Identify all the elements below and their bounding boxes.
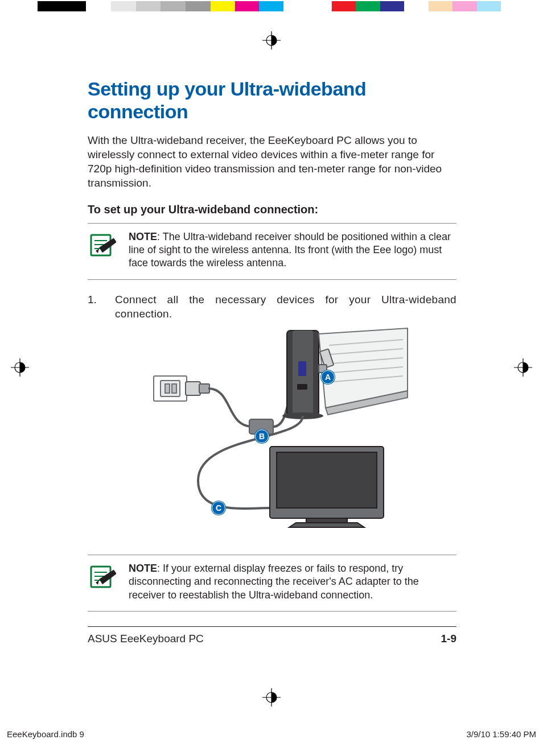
footer-product: ASUS EeeKeyboard PC xyxy=(88,633,204,645)
page-footer: ASUS EeeKeyboard PC 1-9 xyxy=(88,626,456,645)
page-title: Setting up your Ultra-wideband connectio… xyxy=(88,77,456,123)
printer-color-bar xyxy=(0,1,543,11)
note-label: NOTE xyxy=(129,231,157,242)
slug-timestamp: 3/9/10 1:59:40 PM xyxy=(466,729,536,739)
print-slug: EeeKeyboard.indb 9 3/9/10 1:59:40 PM xyxy=(7,729,536,739)
note-body: : The Ultra-wideband receiver should be … xyxy=(129,231,451,269)
step-number: 1. xyxy=(88,292,115,321)
note-box: NOTE: The Ultra-wideband receiver should… xyxy=(88,223,456,280)
registration-mark-icon xyxy=(514,358,532,377)
note-icon xyxy=(88,230,116,270)
registration-mark-icon xyxy=(262,688,281,707)
page-number: 1-9 xyxy=(441,633,456,645)
registration-mark-icon xyxy=(262,31,281,49)
svg-rect-13 xyxy=(186,382,200,395)
svg-rect-11 xyxy=(165,384,170,393)
step-text: Connect all the necessary devices for yo… xyxy=(115,292,456,321)
registration-mark-icon xyxy=(11,358,29,377)
slug-filename: EeeKeyboard.indb 9 xyxy=(7,729,84,739)
svg-rect-31 xyxy=(277,452,377,508)
subheading: To set up your Ultra-wideband connection… xyxy=(88,203,456,216)
svg-rect-14 xyxy=(199,384,209,393)
connection-diagram: A B C xyxy=(135,327,409,543)
callout-c: C xyxy=(212,501,225,515)
callout-a: A xyxy=(321,370,335,384)
callout-b: B xyxy=(255,429,269,443)
page-content: Setting up your Ultra-wideband connectio… xyxy=(88,77,456,645)
intro-paragraph: With the Ultra-wideband receiver, the Ee… xyxy=(88,133,456,190)
note-text: NOTE: The Ultra-wideband receiver should… xyxy=(129,230,456,270)
note-box: NOTE: If your external display freezes o… xyxy=(88,555,456,612)
note-icon xyxy=(88,562,116,602)
svg-rect-18 xyxy=(298,361,306,376)
svg-marker-33 xyxy=(289,523,364,527)
note-body: : If your external display freezes or fa… xyxy=(129,563,419,601)
note-label: NOTE xyxy=(129,563,157,574)
note-text: NOTE: If your external display freezes o… xyxy=(129,562,456,602)
step-item: 1. Connect all the necessary devices for… xyxy=(88,292,456,321)
svg-rect-12 xyxy=(172,384,176,393)
svg-rect-19 xyxy=(297,384,307,390)
